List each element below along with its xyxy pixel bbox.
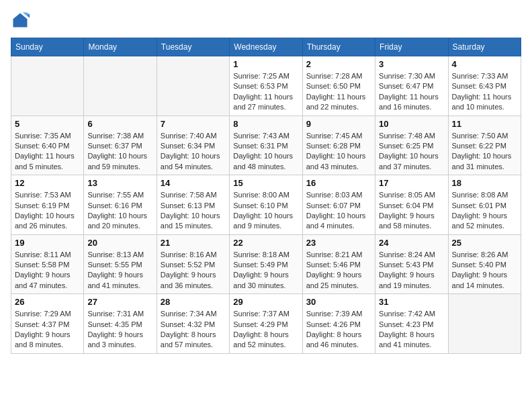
calendar-cell: 4Sunrise: 7:33 AM Sunset: 6:43 PM Daylig… [448, 56, 521, 116]
day-info: Sunrise: 8:16 AM Sunset: 5:52 PM Dayligh… [161, 250, 226, 291]
day-number: 16 [306, 178, 371, 188]
day-info: Sunrise: 7:25 AM Sunset: 6:53 PM Dayligh… [233, 71, 298, 113]
day-number: 19 [15, 238, 80, 248]
day-info: Sunrise: 7:31 AM Sunset: 4:35 PM Dayligh… [87, 309, 152, 351]
calendar-cell: 13Sunrise: 7:55 AM Sunset: 6:16 PM Dayli… [84, 175, 157, 235]
day-info: Sunrise: 7:40 AM Sunset: 6:34 PM Dayligh… [161, 131, 226, 173]
calendar-table: SundayMondayTuesdayWednesdayThursdayFrid… [11, 38, 521, 354]
day-info: Sunrise: 7:28 AM Sunset: 6:50 PM Dayligh… [306, 71, 371, 113]
weekday-header-wednesday: Wednesday [230, 38, 302, 56]
page-header [11, 11, 521, 30]
calendar-cell: 10Sunrise: 7:48 AM Sunset: 6:25 PM Dayli… [375, 116, 448, 175]
calendar-cell: 16Sunrise: 8:03 AM Sunset: 6:07 PM Dayli… [302, 175, 375, 235]
calendar-cell: 22Sunrise: 8:18 AM Sunset: 5:49 PM Dayli… [230, 234, 302, 294]
day-info: Sunrise: 7:50 AM Sunset: 6:22 PM Dayligh… [452, 131, 517, 173]
calendar-cell: 21Sunrise: 8:16 AM Sunset: 5:52 PM Dayli… [157, 234, 229, 294]
calendar-cell: 27Sunrise: 7:31 AM Sunset: 4:35 PM Dayli… [84, 294, 157, 354]
day-info: Sunrise: 7:33 AM Sunset: 6:43 PM Dayligh… [452, 71, 517, 113]
day-number: 23 [306, 238, 371, 248]
day-number: 11 [452, 119, 517, 129]
weekday-header-friday: Friday [375, 38, 448, 56]
day-info: Sunrise: 7:45 AM Sunset: 6:28 PM Dayligh… [306, 131, 371, 173]
day-number: 15 [233, 178, 298, 188]
weekday-header-saturday: Saturday [448, 38, 521, 56]
day-info: Sunrise: 8:18 AM Sunset: 5:49 PM Dayligh… [233, 250, 298, 291]
day-info: Sunrise: 7:39 AM Sunset: 4:26 PM Dayligh… [306, 309, 371, 351]
day-number: 18 [452, 178, 517, 188]
day-info: Sunrise: 8:26 AM Sunset: 5:40 PM Dayligh… [452, 250, 517, 291]
day-number: 20 [87, 238, 152, 248]
day-info: Sunrise: 8:13 AM Sunset: 5:55 PM Dayligh… [87, 250, 152, 291]
day-number: 12 [15, 178, 80, 188]
day-info: Sunrise: 7:38 AM Sunset: 6:37 PM Dayligh… [87, 131, 152, 173]
calendar-cell: 12Sunrise: 7:53 AM Sunset: 6:19 PM Dayli… [11, 175, 84, 235]
day-info: Sunrise: 8:05 AM Sunset: 6:04 PM Dayligh… [379, 190, 444, 232]
calendar-cell: 24Sunrise: 8:24 AM Sunset: 5:43 PM Dayli… [375, 234, 448, 294]
day-number: 14 [161, 178, 226, 188]
day-info: Sunrise: 7:30 AM Sunset: 6:47 PM Dayligh… [379, 71, 444, 113]
weekday-header-sunday: Sunday [11, 38, 84, 56]
calendar-week-1: 1Sunrise: 7:25 AM Sunset: 6:53 PM Daylig… [11, 56, 521, 116]
day-info: Sunrise: 8:21 AM Sunset: 5:46 PM Dayligh… [306, 250, 371, 291]
day-number: 1 [233, 59, 298, 69]
day-number: 9 [306, 119, 371, 129]
calendar-week-3: 12Sunrise: 7:53 AM Sunset: 6:19 PM Dayli… [11, 175, 521, 235]
day-info: Sunrise: 8:03 AM Sunset: 6:07 PM Dayligh… [306, 190, 371, 232]
calendar-cell [448, 294, 521, 354]
calendar-cell: 1Sunrise: 7:25 AM Sunset: 6:53 PM Daylig… [230, 56, 302, 116]
day-number: 8 [233, 119, 298, 129]
day-number: 21 [161, 238, 226, 248]
day-number: 7 [161, 119, 226, 129]
day-info: Sunrise: 7:55 AM Sunset: 6:16 PM Dayligh… [87, 190, 152, 232]
calendar-cell: 14Sunrise: 7:58 AM Sunset: 6:13 PM Dayli… [157, 175, 229, 235]
day-number: 3 [379, 59, 444, 69]
calendar-cell: 8Sunrise: 7:43 AM Sunset: 6:31 PM Daylig… [230, 116, 302, 175]
calendar-cell: 15Sunrise: 8:00 AM Sunset: 6:10 PM Dayli… [230, 175, 302, 235]
calendar-week-2: 5Sunrise: 7:35 AM Sunset: 6:40 PM Daylig… [11, 116, 521, 175]
day-info: Sunrise: 7:43 AM Sunset: 6:31 PM Dayligh… [233, 131, 298, 173]
day-number: 26 [15, 297, 80, 307]
calendar-cell: 19Sunrise: 8:11 AM Sunset: 5:58 PM Dayli… [11, 234, 84, 294]
day-number: 24 [379, 238, 444, 248]
calendar-cell: 18Sunrise: 8:08 AM Sunset: 6:01 PM Dayli… [448, 175, 521, 235]
calendar-cell: 30Sunrise: 7:39 AM Sunset: 4:26 PM Dayli… [302, 294, 375, 354]
weekday-header-row: SundayMondayTuesdayWednesdayThursdayFrid… [11, 38, 521, 56]
day-number: 22 [233, 238, 298, 248]
calendar-week-5: 26Sunrise: 7:29 AM Sunset: 4:37 PM Dayli… [11, 294, 521, 354]
calendar-cell: 17Sunrise: 8:05 AM Sunset: 6:04 PM Dayli… [375, 175, 448, 235]
day-number: 13 [87, 178, 152, 188]
day-number: 10 [379, 119, 444, 129]
day-number: 30 [306, 297, 371, 307]
day-info: Sunrise: 7:53 AM Sunset: 6:19 PM Dayligh… [15, 190, 80, 232]
day-info: Sunrise: 8:24 AM Sunset: 5:43 PM Dayligh… [379, 250, 444, 291]
calendar-cell: 31Sunrise: 7:42 AM Sunset: 4:23 PM Dayli… [375, 294, 448, 354]
weekday-header-tuesday: Tuesday [157, 38, 229, 56]
svg-marker-0 [13, 13, 28, 28]
logo-icon [11, 11, 30, 30]
day-number: 4 [452, 59, 517, 69]
day-info: Sunrise: 7:37 AM Sunset: 4:29 PM Dayligh… [233, 309, 298, 351]
calendar-cell: 26Sunrise: 7:29 AM Sunset: 4:37 PM Dayli… [11, 294, 84, 354]
calendar-cell: 25Sunrise: 8:26 AM Sunset: 5:40 PM Dayli… [448, 234, 521, 294]
calendar-cell: 7Sunrise: 7:40 AM Sunset: 6:34 PM Daylig… [157, 116, 229, 175]
day-number: 29 [233, 297, 298, 307]
calendar-cell: 2Sunrise: 7:28 AM Sunset: 6:50 PM Daylig… [302, 56, 375, 116]
calendar-week-4: 19Sunrise: 8:11 AM Sunset: 5:58 PM Dayli… [11, 234, 521, 294]
calendar-cell: 29Sunrise: 7:37 AM Sunset: 4:29 PM Dayli… [230, 294, 302, 354]
day-number: 6 [87, 119, 152, 129]
calendar-cell: 6Sunrise: 7:38 AM Sunset: 6:37 PM Daylig… [84, 116, 157, 175]
day-number: 5 [15, 119, 80, 129]
day-info: Sunrise: 7:42 AM Sunset: 4:23 PM Dayligh… [379, 309, 444, 351]
day-info: Sunrise: 8:08 AM Sunset: 6:01 PM Dayligh… [452, 190, 517, 232]
calendar-cell: 3Sunrise: 7:30 AM Sunset: 6:47 PM Daylig… [375, 56, 448, 116]
calendar-cell: 11Sunrise: 7:50 AM Sunset: 6:22 PM Dayli… [448, 116, 521, 175]
calendar-cell [157, 56, 229, 116]
calendar-cell: 28Sunrise: 7:34 AM Sunset: 4:32 PM Dayli… [157, 294, 229, 354]
day-number: 25 [452, 238, 517, 248]
weekday-header-monday: Monday [84, 38, 157, 56]
day-info: Sunrise: 7:48 AM Sunset: 6:25 PM Dayligh… [379, 131, 444, 173]
day-number: 27 [87, 297, 152, 307]
calendar-cell: 20Sunrise: 8:13 AM Sunset: 5:55 PM Dayli… [84, 234, 157, 294]
calendar-cell [84, 56, 157, 116]
day-info: Sunrise: 7:34 AM Sunset: 4:32 PM Dayligh… [161, 309, 226, 351]
